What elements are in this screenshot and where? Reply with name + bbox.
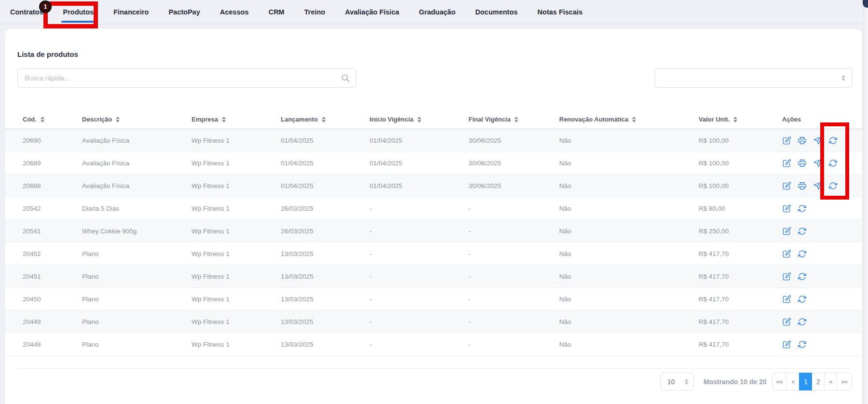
- page-1-button[interactable]: 1: [799, 373, 812, 391]
- column-header-acoes: Ações: [782, 116, 854, 123]
- cell-valor-unit: R$ 417,70: [699, 250, 782, 257]
- edit-action-button[interactable]: [782, 227, 791, 236]
- page-first-button[interactable]: ««: [772, 373, 787, 391]
- refresh-icon: [798, 204, 807, 213]
- pagination: «« « 1 2 » »»: [772, 373, 852, 391]
- print-action-button[interactable]: [798, 159, 807, 168]
- tab-pactopay[interactable]: PactoPay: [168, 0, 200, 24]
- page-prev-button[interactable]: «: [786, 373, 799, 391]
- column-header-inicio-vigencia[interactable]: Início Vigência: [370, 116, 468, 123]
- tab-crm[interactable]: CRM: [268, 0, 284, 24]
- edit-icon: [782, 272, 791, 281]
- edit-icon: [782, 317, 791, 326]
- edit-action-button[interactable]: [782, 181, 791, 190]
- cell-descricao: Plano: [82, 318, 192, 325]
- cell-lancamento: 13/03/2025: [281, 273, 370, 280]
- table-row: 20541 Whey Cokkie 900g Wp Fitness 1 26/0…: [5, 220, 862, 242]
- cell-final-vigencia: -: [468, 296, 559, 303]
- table-row: 20452 Plano Wp Fitness 1 13/03/2025 - - …: [5, 242, 862, 265]
- send-action-button[interactable]: [813, 136, 822, 145]
- cell-valor-unit: R$ 100,00: [699, 137, 782, 144]
- edit-action-button[interactable]: [782, 204, 791, 213]
- cell-renovacao-automatica: Não: [559, 160, 699, 167]
- tab-avaliacao-fisica[interactable]: Avaliação Física: [345, 0, 399, 24]
- tab-graduacao[interactable]: Graduação: [419, 0, 455, 24]
- cell-valor-unit: R$ 417,70: [699, 341, 782, 348]
- tab-produtos[interactable]: Produtos: [63, 0, 94, 24]
- refresh-action-button[interactable]: [798, 272, 807, 281]
- page-last-button[interactable]: »»: [837, 373, 852, 391]
- cell-empresa: Wp Fitness 1: [192, 137, 281, 144]
- column-header-descricao[interactable]: Descrição: [82, 116, 192, 123]
- print-action-button[interactable]: [798, 181, 807, 190]
- page-scrollbar[interactable]: [864, 0, 868, 404]
- send-action-button[interactable]: [813, 181, 822, 190]
- cell-final-vigencia: -: [468, 341, 559, 348]
- refresh-action-button[interactable]: [798, 204, 807, 213]
- refresh-action-button[interactable]: [828, 181, 838, 190]
- column-header-cod[interactable]: Cód.: [23, 116, 82, 123]
- edit-action-button[interactable]: [782, 159, 791, 168]
- cell-empresa: Wp Fitness 1: [192, 182, 281, 189]
- cell-valor-unit: R$ 250,00: [699, 228, 782, 235]
- cell-lancamento: 13/03/2025: [281, 318, 370, 325]
- select-arrows-icon: [841, 75, 845, 81]
- actions-cell: [782, 181, 854, 190]
- tab-notas-fiscais[interactable]: Notas Fiscais: [537, 0, 583, 24]
- column-header-empresa[interactable]: Empresa: [192, 116, 281, 123]
- cell-lancamento: 13/03/2025: [281, 341, 370, 348]
- refresh-action-button[interactable]: [798, 249, 807, 258]
- column-header-renovacao-automatica[interactable]: Renovação Automática: [559, 116, 699, 123]
- cell-final-vigencia: 30/06/2025: [468, 137, 559, 144]
- table-row: 20542 Diaria 5 Dias Wp Fitness 1 26/03/2…: [5, 197, 862, 220]
- tab-treino[interactable]: Treino: [304, 0, 325, 24]
- edit-action-button[interactable]: [782, 340, 791, 349]
- column-header-lancamento[interactable]: Lançamento: [281, 116, 370, 123]
- table-row: 20451 Plano Wp Fitness 1 13/03/2025 - - …: [5, 265, 862, 288]
- refresh-action-button[interactable]: [828, 136, 838, 145]
- cell-empresa: Wp Fitness 1: [192, 273, 281, 280]
- sort-icon: [322, 117, 326, 122]
- table-header: Cód. Descrição Empresa Lançamento Início…: [5, 110, 862, 129]
- edit-action-button[interactable]: [782, 249, 791, 258]
- cell-inicio-vigencia: -: [370, 205, 468, 212]
- filter-select[interactable]: [655, 68, 853, 88]
- cell-lancamento: 01/04/2025: [281, 160, 370, 167]
- sort-icon: [116, 117, 120, 122]
- print-action-button[interactable]: [798, 136, 807, 145]
- cell-inicio-vigencia: 01/04/2025: [370, 160, 468, 167]
- edit-action-button[interactable]: [782, 136, 791, 145]
- cell-cod: 20451: [23, 273, 82, 280]
- edit-action-button[interactable]: [782, 272, 791, 281]
- column-header-valor-unit[interactable]: Valor Unit.: [699, 116, 782, 123]
- tab-contratos[interactable]: Contratos: [10, 0, 43, 24]
- products-panel: Lista de produtos Cód. Descrição Empresa…: [5, 29, 862, 404]
- refresh-action-button[interactable]: [798, 227, 807, 236]
- tab-acessos[interactable]: Acessos: [220, 0, 249, 24]
- page-2-button[interactable]: 2: [812, 373, 825, 391]
- edit-icon: [782, 204, 791, 213]
- sort-icon: [514, 117, 518, 122]
- refresh-action-button[interactable]: [828, 159, 838, 168]
- refresh-action-button[interactable]: [798, 340, 807, 349]
- panel-title: Lista de produtos: [17, 50, 78, 58]
- column-header-final-vigencia[interactable]: Final Vigência: [468, 116, 559, 123]
- cell-renovacao-automatica: Não: [559, 318, 699, 325]
- cell-descricao: Avaliação Física: [82, 137, 192, 144]
- page-size-select[interactable]: 10: [660, 373, 694, 391]
- refresh-action-button[interactable]: [798, 317, 807, 326]
- refresh-action-button[interactable]: [798, 295, 807, 304]
- tab-financeiro[interactable]: Financeiro: [113, 0, 149, 24]
- cell-descricao: Plano: [82, 250, 192, 257]
- actions-cell: [782, 340, 854, 349]
- quick-search-input[interactable]: [17, 68, 356, 88]
- edit-action-button[interactable]: [782, 295, 791, 304]
- cell-inicio-vigencia: 01/04/2025: [370, 182, 468, 189]
- cell-descricao: Plano: [82, 296, 192, 303]
- annotation-badge: 1: [39, 0, 52, 13]
- page-next-button[interactable]: »: [824, 373, 837, 391]
- edit-action-button[interactable]: [782, 317, 791, 326]
- send-action-button[interactable]: [813, 159, 822, 168]
- tab-documentos[interactable]: Documentos: [475, 0, 518, 24]
- refresh-icon: [798, 340, 807, 349]
